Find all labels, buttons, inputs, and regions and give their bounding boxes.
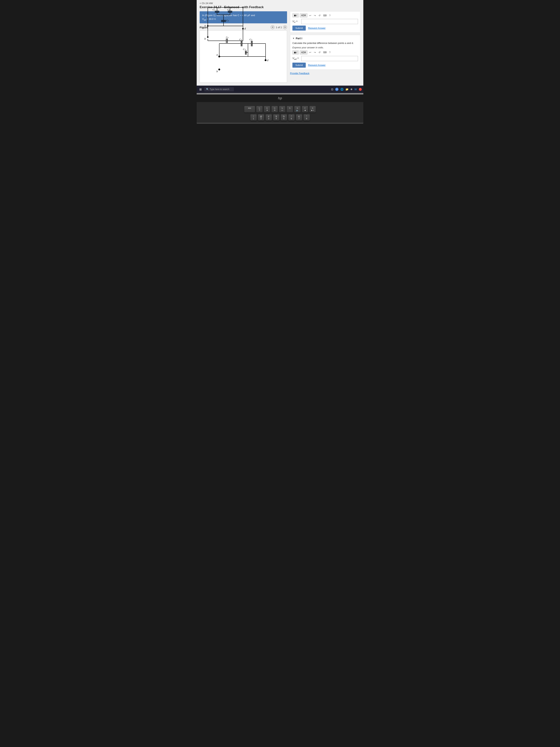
svg-text:a: a xyxy=(216,53,218,56)
key-4[interactable]: $4 xyxy=(273,114,279,121)
v4-symbols-btn[interactable]: ΑΣΦ xyxy=(300,14,308,18)
v4-help-icon[interactable]: ? xyxy=(328,14,331,17)
f4-key[interactable]: f4▭ xyxy=(279,106,286,113)
taskbar-files-icon[interactable]: 📁 xyxy=(345,88,348,91)
vad-keyboard-icon[interactable]: ⌨ xyxy=(322,51,327,54)
part-i-title: Part I xyxy=(296,37,302,40)
esc-key[interactable]: esc xyxy=(244,106,255,113)
svg-text:C₃: C₃ xyxy=(226,19,229,22)
f6-key[interactable]: f6🔈 xyxy=(294,106,301,113)
v4-submit-row: Submit Request Answer xyxy=(292,26,358,31)
v4-answer-section: ▣√ ΑΣΦ ↩ ↪ ↺ ⌨ ? V4 = Submit Reques xyxy=(290,11,361,33)
taskbar-edge-icon[interactable]: 🌐 xyxy=(340,88,344,91)
taskbar-dropbox-icon[interactable]: ❄ xyxy=(350,88,353,91)
v4-submit-button[interactable]: Submit xyxy=(292,26,306,31)
prev-figure-button[interactable]: < xyxy=(271,25,275,29)
next-figure-button[interactable]: > xyxy=(283,25,287,29)
f5-key[interactable]: f5 xyxy=(287,106,293,113)
v4-label: V4 = xyxy=(292,20,300,23)
v4-refresh-icon[interactable]: ↺ xyxy=(318,14,321,17)
vad-request-answer-link[interactable]: Request Answer xyxy=(308,64,325,67)
vad-image-icon[interactable]: ▣√ xyxy=(292,50,299,54)
key-3[interactable]: #3 xyxy=(265,114,272,121)
vad-input[interactable] xyxy=(301,56,358,61)
svg-text:b: b xyxy=(216,70,218,73)
key-5[interactable]: %5 xyxy=(281,114,287,121)
part-i-section: ▼ Part I Calculate the potential differe… xyxy=(290,35,361,70)
figure-count: 1 of 1 xyxy=(276,26,282,29)
start-button[interactable]: ⊞ xyxy=(198,87,203,92)
v4-input[interactable] xyxy=(301,19,358,24)
vad-submit-row: Submit Request Answer xyxy=(292,62,358,68)
f8-key[interactable]: f8►+ xyxy=(309,106,316,113)
svg-text:C₂: C₂ xyxy=(228,8,230,11)
badge-number: 25 xyxy=(336,88,338,91)
left-panel: In (Figure 1), each capacitor has C = 4.… xyxy=(199,11,287,83)
search-icon: 🔍 xyxy=(206,88,209,91)
taskbar-icons: ⊡ 25 🌐 📁 ❄ W 🔴 xyxy=(331,87,362,91)
f2-key[interactable]: f2✶ xyxy=(264,106,270,113)
taskbar-calendar-badge[interactable]: 25 xyxy=(335,87,339,91)
part-i-header: ▼ Part I xyxy=(292,37,358,40)
fn-key-row: esc f1? f2✶ f3✳ f4▭ f5 f6🔈 f7◄ f8►+ xyxy=(198,106,362,113)
right-panel: ▣√ ΑΣΦ ↩ ↪ ↺ ⌨ ? V4 = Submit Reques xyxy=(290,11,361,75)
keyboard-area: esc f1? f2✶ f3✳ f4▭ f5 f6🔈 f7◄ f8►+ !1 @… xyxy=(197,102,363,123)
f1-key[interactable]: f1? xyxy=(256,106,263,113)
browser-content: < Ch 24 HW Exercise 24.17 - Enhanced - w… xyxy=(197,0,363,85)
laptop-base xyxy=(197,123,363,124)
svg-text:b: b xyxy=(205,37,206,40)
taskbar: ⊞ 🔍 Type here to search ⊡ 25 🌐 📁 ❄ W 🔴 xyxy=(197,85,363,93)
key-8[interactable]: *8 xyxy=(303,114,310,121)
svg-text:C₃: C₃ xyxy=(243,48,246,51)
taskbar-search-label: Type here to search xyxy=(210,88,229,91)
circuit-container: a b d xyxy=(199,30,287,83)
part-i-subtext: Express your answer in volts. xyxy=(292,46,358,49)
v4-answer-row: V4 = xyxy=(292,19,358,24)
part-i-triangle-icon: ▼ xyxy=(292,37,295,40)
taskbar-chrome-icon[interactable]: 🔴 xyxy=(359,88,362,91)
figure-nav: < 1 of 1 > xyxy=(271,25,287,29)
taskbar-search-box[interactable]: 🔍 Type here to search xyxy=(204,87,234,91)
circuit-svg-clean: C₁ C₂ xyxy=(198,0,254,46)
provide-feedback-link[interactable]: Provide Feedback xyxy=(290,72,361,75)
v4-toolbar-row: ▣√ ΑΣΦ ↩ ↪ ↺ ⌨ ? xyxy=(292,14,358,18)
number-key-row: !1 @2 #3 $4 %5 ^6 &7 *8 xyxy=(198,114,362,121)
vad-redo-icon[interactable]: ↪ xyxy=(313,51,317,54)
hp-logo: hp xyxy=(276,95,284,102)
taskbar-cortana-icon[interactable]: ⊡ xyxy=(331,88,334,91)
vad-refresh-icon[interactable]: ↺ xyxy=(318,51,321,54)
screen-bezel xyxy=(197,93,363,95)
vad-answer-row: Vad = xyxy=(292,56,358,61)
part-i-description: Calculate the potential difference betwe… xyxy=(292,41,358,45)
key-7[interactable]: &7 xyxy=(296,114,302,121)
v4-request-answer-link[interactable]: Request Answer xyxy=(308,27,325,29)
vad-help-icon[interactable]: ? xyxy=(328,51,331,54)
main-layout: In (Figure 1), each capacitor has C = 4.… xyxy=(199,11,361,83)
key-1[interactable]: !1 xyxy=(250,114,257,121)
svg-point-2 xyxy=(218,69,220,70)
vad-undo-icon[interactable]: ↩ xyxy=(309,51,312,54)
vad-symbols-btn[interactable]: ΑΣΦ xyxy=(300,50,308,54)
laptop-screen: < Ch 24 HW Exercise 24.17 - Enhanced - w… xyxy=(197,0,363,85)
svg-text:d: d xyxy=(267,59,268,62)
svg-text:d: d xyxy=(244,27,246,30)
key-2[interactable]: @2 xyxy=(258,114,264,121)
svg-text:C₁: C₁ xyxy=(213,8,215,11)
taskbar-word-icon[interactable]: W xyxy=(354,88,357,91)
v4-keyboard-icon[interactable]: ⌨ xyxy=(322,14,327,17)
vad-toolbar-row: ▣√ ΑΣΦ ↩ ↪ ↺ ⌨ ? xyxy=(292,50,358,54)
v4-undo-icon[interactable]: ↩ xyxy=(309,14,312,17)
f7-key[interactable]: f7◄ xyxy=(302,106,308,113)
svg-text:a: a xyxy=(205,24,206,27)
f3-key[interactable]: f3✳ xyxy=(271,106,278,113)
v4-redo-icon[interactable]: ↪ xyxy=(313,14,317,17)
svg-text:C₄: C₄ xyxy=(226,36,228,38)
svg-point-57 xyxy=(207,36,209,38)
vad-label: Vad = xyxy=(292,57,300,60)
v4-image-icon[interactable]: ▣√ xyxy=(292,14,299,18)
key-6[interactable]: ^6 xyxy=(288,114,295,121)
vad-submit-button[interactable]: Submit xyxy=(292,62,306,68)
